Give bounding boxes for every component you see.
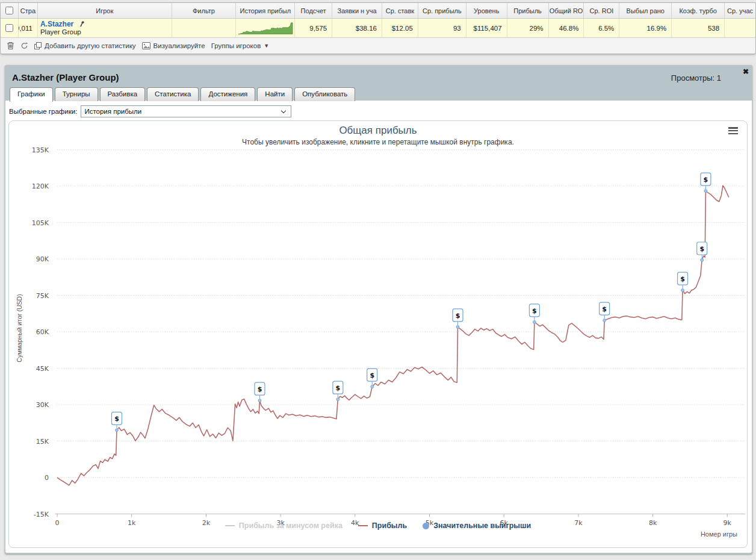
legend-label: Значительные выигрыши (433, 521, 531, 530)
player-cell: A.StazherPlayer Group (40, 20, 85, 36)
sparkline-chart[interactable] (238, 22, 293, 35)
y-tick-label: 30K (36, 401, 49, 409)
stat-value: 538 (708, 25, 719, 32)
column-header: История прибыл (236, 3, 295, 18)
column-header: Ср. прибыль (418, 3, 466, 18)
column-header-label: Ср. ROI (590, 7, 614, 14)
stat-value: $12.05 (392, 25, 413, 32)
select-all-cell[interactable] (1, 3, 19, 18)
select-all-checkbox[interactable] (5, 7, 13, 14)
table-toolbar: Добавить другую статистику Визуализируйт… (1, 38, 755, 54)
tab-достижения[interactable]: Достижения (200, 87, 255, 101)
delete-button[interactable] (7, 42, 14, 50)
table-row: 9,011A.StazherPlayer Group9,575$38.16$12… (1, 19, 755, 38)
table-cell: 29% (507, 19, 549, 37)
chart-legend: Прибыль за минусом рейкаПрибыльЗначитель… (9, 521, 747, 530)
y-tick-label: 90K (36, 255, 49, 263)
legend-line-swatch (225, 525, 235, 526)
table-cell: 16.9% (619, 19, 672, 37)
player-panel: ✖ A.Stazher (Player Group) Просмотры: 1 … (5, 65, 752, 554)
add-statistic-button[interactable]: Добавить другую статистику (34, 42, 136, 49)
column-header-label: Игрок (96, 7, 113, 14)
win-marker-label: $ (602, 305, 607, 313)
table-cell: A.StazherPlayer Group (38, 19, 172, 37)
visualize-button[interactable]: Визуализируйте (142, 42, 205, 49)
table-cell: $12.05 (382, 19, 418, 37)
tab-турниры[interactable]: Турниры (55, 87, 98, 101)
win-point-dot (371, 385, 374, 388)
column-header: Стра (19, 3, 38, 18)
tab-разбивка[interactable]: Разбивка (100, 87, 146, 101)
filter-cell (172, 19, 237, 37)
graph-select[interactable]: История прибыли (81, 105, 291, 117)
tab-статистика[interactable]: Статистика (147, 87, 199, 101)
win-marker[interactable]: $ (453, 309, 463, 328)
table-cell: $115,407 (466, 19, 507, 37)
win-marker[interactable]: $ (529, 304, 539, 323)
column-header-label: Выбыл рано (627, 7, 665, 14)
legend-item[interactable]: Значительные выигрыши (423, 521, 531, 530)
table-cell: 6.5% (584, 19, 619, 37)
win-marker-label: $ (680, 275, 685, 283)
win-marker[interactable]: $ (678, 272, 688, 291)
column-header-label: Стра (20, 7, 36, 14)
win-point-dot (116, 429, 119, 432)
add-window-icon (34, 42, 42, 49)
row-checkbox[interactable] (5, 24, 13, 32)
win-marker-label: $ (699, 245, 704, 253)
tab-графики[interactable]: Графики (10, 87, 53, 102)
column-header: Ср. учас (725, 3, 755, 18)
win-marker[interactable]: $ (333, 381, 343, 400)
column-header-label: Общий RO (550, 7, 583, 14)
legend-item[interactable]: Прибыль (358, 521, 407, 530)
column-header: Подсчет (295, 3, 332, 18)
table-cell: 538 (672, 19, 725, 37)
y-tick-label: 75K (36, 292, 49, 300)
win-marker[interactable]: $ (367, 369, 377, 388)
close-icon[interactable]: ✖ (743, 67, 749, 76)
x-axis-title: Номер игры (701, 530, 737, 538)
graph-select-value: История прибыли (84, 108, 141, 115)
refresh-button[interactable] (20, 42, 28, 50)
image-icon (142, 42, 150, 49)
win-marker-label: $ (370, 372, 374, 379)
profit-chart[interactable]: Общая прибыль Чтобы увеличить изображени… (8, 120, 748, 548)
tab-найти[interactable]: Найти (257, 87, 293, 101)
legend-line-swatch (358, 525, 368, 526)
player-name-link[interactable]: A.Stazher (40, 20, 73, 28)
y-tick-label: 60K (36, 328, 49, 336)
win-point-dot (704, 190, 707, 193)
stat-value: 16.9% (647, 25, 667, 32)
profit-line[interactable] (57, 185, 729, 485)
column-header-label: Ср. ставк (386, 7, 414, 14)
stat-value: 29% (530, 25, 544, 32)
stat-value: 6.5% (598, 25, 614, 32)
y-tick-label: 45K (36, 365, 49, 373)
chevron-down-icon (281, 108, 286, 113)
column-header: Фильтр (172, 3, 237, 18)
legend-label: Прибыль (372, 521, 407, 530)
win-marker[interactable]: $ (255, 382, 265, 402)
column-header-label: Уровень (474, 7, 499, 14)
column-header: Игрок (38, 3, 172, 18)
legend-item[interactable]: Прибыль за минусом рейка (225, 521, 342, 530)
trash-icon (7, 42, 14, 50)
legend-label: Прибыль за минусом рейка (239, 521, 342, 530)
player-groups-dropdown[interactable]: Группы игроков ▼ (211, 42, 270, 49)
player-name-row: A.Stazher (40, 20, 85, 28)
y-tick-label: 135K (32, 146, 49, 154)
tab-опубликовать[interactable]: Опубликовать (294, 87, 355, 101)
column-header: Выбыл рано (619, 3, 672, 18)
graph-select-label: Выбранные графики: (9, 108, 77, 115)
win-point-dot (456, 326, 459, 329)
page: СтраИгрокФильтрИстория прибылПодсчетЗаяв… (0, 0, 756, 560)
win-marker[interactable]: $ (701, 173, 711, 192)
stat-value: $115,407 (474, 25, 502, 32)
column-header-label: История прибыл (240, 7, 291, 14)
column-header-label: Коэф. турбо (679, 7, 716, 14)
refresh-icon (20, 42, 28, 50)
y-tick-label: 120K (32, 182, 49, 190)
table-cell[interactable] (1, 19, 19, 37)
views-counter: Просмотры: 1 (671, 73, 721, 82)
win-marker-label: $ (258, 385, 262, 393)
